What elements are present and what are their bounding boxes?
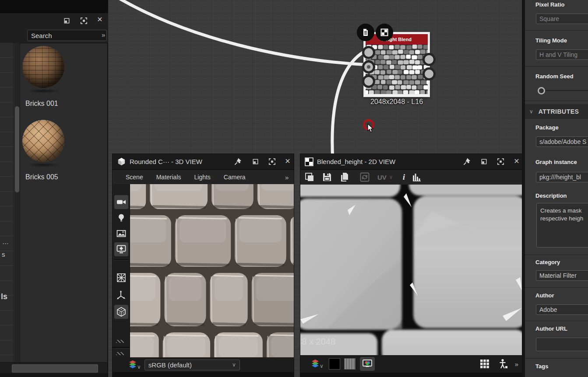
view3d-title: Rounded C··· - 3D VIEW [130, 158, 202, 165]
view3d-titlebar[interactable]: Rounded C··· - 3D VIEW ✕ [113, 154, 294, 170]
toolbar-overflow-icon[interactable]: » [515, 360, 518, 368]
chevron-down-icon[interactable]: ∨ [137, 364, 141, 370]
author-value[interactable] [536, 304, 588, 315]
random-seed-label: Random Seed [535, 73, 574, 80]
quad-badge-icon[interactable] [376, 24, 393, 41]
sync-image-icon[interactable] [358, 171, 371, 183]
tiling-mode-value[interactable] [536, 49, 588, 60]
maximize-icon[interactable] [268, 157, 276, 166]
description-label: Description [535, 192, 567, 199]
description-line: Creates a mask [540, 207, 588, 215]
new-view-icon[interactable] [303, 171, 316, 183]
uv-mode-label[interactable]: UV [377, 174, 387, 181]
library-category-tree[interactable] [0, 43, 14, 362]
viewport-2d[interactable]: 2048 x 2048 [300, 185, 522, 355]
histogram-icon[interactable] [410, 171, 423, 183]
undock-icon[interactable] [63, 17, 71, 25]
material-thumbnail-bricks-001[interactable] [22, 46, 64, 88]
display-rgb-icon[interactable] [360, 357, 375, 371]
view2d-titlebar[interactable]: Blended_height - 2D VIEW ✕ [300, 154, 522, 170]
document-badge-icon[interactable] [357, 24, 374, 41]
horizontal-scrollbar[interactable] [0, 362, 107, 374]
author-url-value[interactable] [536, 338, 588, 351]
tree-item-truncated[interactable]: ls [1, 292, 7, 301]
background-gray-swatch[interactable] [344, 358, 356, 370]
package-value[interactable] [536, 136, 588, 147]
maximize-icon[interactable] [80, 17, 88, 25]
display-settings-icon[interactable] [114, 242, 128, 256]
chevron-down-icon: ∨ [529, 108, 533, 115]
grid-icon[interactable] [479, 358, 490, 370]
pin-icon[interactable] [463, 157, 471, 166]
height-blend-node[interactable]: Height Blend [363, 32, 430, 97]
menu-overflow-icon[interactable]: » [285, 174, 288, 181]
tree-item-truncated[interactable]: s [2, 251, 5, 258]
library-top-strip [0, 0, 108, 14]
toolbar-grip[interactable] [116, 352, 124, 355]
camera-icon[interactable] [114, 195, 128, 209]
layers-icon[interactable] [310, 359, 320, 369]
material-thumbnail-bricks-005[interactable] [22, 120, 64, 162]
input-port-1[interactable] [362, 46, 375, 59]
layers-icon[interactable] [127, 360, 138, 370]
view2d-toolbar: UV ∨ i [300, 170, 522, 185]
save-icon[interactable] [320, 171, 334, 183]
category-label: Category [535, 259, 560, 265]
search-input[interactable] [27, 30, 107, 41]
separator [525, 255, 588, 256]
viewport-3d[interactable] [130, 184, 294, 357]
close-icon[interactable]: ✕ [512, 158, 521, 165]
search-expand-icon[interactable]: » [102, 31, 104, 38]
toolbar-separator [113, 347, 130, 349]
description-line: respective heigh [540, 215, 588, 223]
separator [525, 358, 588, 360]
maximize-icon[interactable] [496, 157, 505, 166]
colorspace-dropdown[interactable]: sRGB (default) ∨ [144, 360, 240, 370]
pixel-ratio-value[interactable] [536, 14, 588, 24]
material-label[interactable]: Bricks 001 [25, 100, 58, 108]
vertical-scrollbar[interactable] [14, 43, 20, 362]
horizontal-scrollbar-thumb[interactable] [12, 364, 98, 373]
menu-lights[interactable]: Lights [194, 174, 211, 181]
background-black-swatch[interactable] [329, 358, 340, 370]
mouse-cursor [367, 123, 374, 133]
pin-icon[interactable] [234, 157, 242, 166]
vertical-scrollbar-thumb[interactable] [15, 106, 19, 192]
menu-materials[interactable]: Materials [156, 174, 181, 181]
undock-icon[interactable] [480, 157, 488, 166]
tree-item-truncated[interactable]: … [2, 238, 9, 245]
attributes-section-header[interactable]: ∨ ATTRIBUTES [525, 105, 588, 119]
undock-icon[interactable] [251, 157, 260, 166]
info-icon[interactable]: i [403, 172, 405, 182]
environment-icon[interactable] [114, 227, 128, 241]
graph-instance-value[interactable] [536, 172, 588, 182]
category-value[interactable] [536, 270, 588, 281]
chevron-down-icon[interactable]: ∨ [320, 363, 324, 369]
package-label: Package [535, 124, 559, 131]
description-field[interactable]: Creates a mask respective heigh [536, 203, 588, 248]
chevron-down-icon[interactable]: ∨ [389, 174, 393, 180]
toolbar-grip[interactable] [116, 340, 124, 343]
colorspace-value: sRGB (default) [148, 361, 192, 369]
lightbulb-icon[interactable] [114, 211, 128, 225]
material-label[interactable]: Bricks 005 [25, 173, 58, 181]
input-port-2[interactable] [362, 60, 375, 73]
cube-dice-icon[interactable] [114, 305, 128, 319]
geometry-icon[interactable] [114, 271, 128, 285]
attributes-header-label: ATTRIBUTES [539, 108, 579, 115]
output-port-2[interactable] [423, 67, 436, 80]
axis-gizmo-icon[interactable] [114, 288, 128, 302]
copy-icon[interactable] [338, 171, 351, 183]
close-icon[interactable]: ✕ [95, 16, 104, 23]
view3d-bottombar: ∨ sRGB (default) ∨ [113, 357, 294, 372]
close-icon[interactable]: ✕ [283, 158, 292, 165]
random-seed-slider-knob[interactable] [538, 87, 545, 94]
output-port-1[interactable] [423, 53, 436, 66]
mannequin-icon[interactable] [497, 358, 509, 370]
input-port-3[interactable] [362, 75, 375, 88]
menu-scene[interactable]: Scene [126, 174, 143, 181]
random-seed-slider-track[interactable] [546, 90, 588, 91]
thumbnail-shadow [27, 89, 60, 93]
view2d-bottombar: ∨ » [300, 355, 522, 373]
menu-camera[interactable]: Camera [224, 174, 246, 181]
